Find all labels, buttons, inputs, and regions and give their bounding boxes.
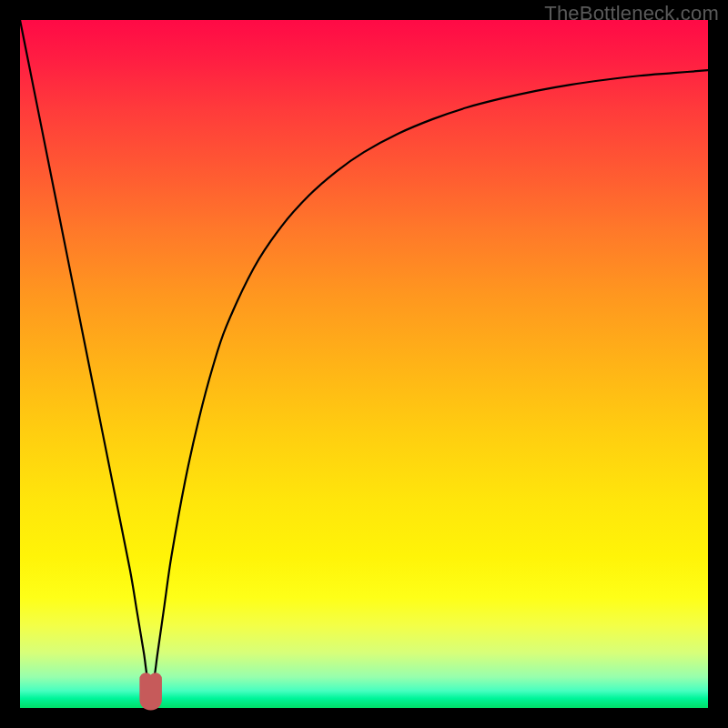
chart-svg — [20, 20, 708, 708]
optimal-marker — [146, 679, 156, 703]
bottleneck-curve-line — [20, 20, 708, 683]
